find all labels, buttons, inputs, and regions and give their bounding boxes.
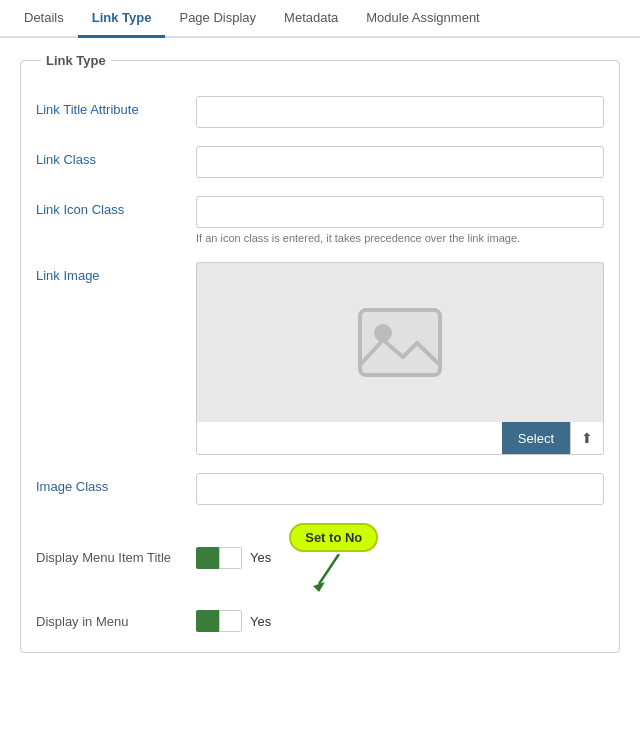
link-image-placeholder bbox=[196, 262, 604, 422]
link-type-fieldset: Link Type Link Title Attribute Link Clas… bbox=[20, 53, 620, 653]
display-menu-item-title-label: Display Menu Item Title bbox=[36, 550, 196, 565]
display-menu-item-title-value: Yes bbox=[250, 550, 271, 565]
toggle-off-part-2 bbox=[219, 610, 242, 632]
link-image-label: Link Image bbox=[36, 262, 196, 283]
display-in-menu-wrap: Yes bbox=[196, 610, 271, 632]
link-icon-class-hint: If an icon class is entered, it takes pr… bbox=[196, 232, 604, 244]
link-title-attribute-label: Link Title Attribute bbox=[36, 96, 196, 117]
callout-arrow-svg bbox=[309, 554, 359, 592]
link-icon-class-label: Link Icon Class bbox=[36, 196, 196, 217]
image-class-input[interactable] bbox=[196, 473, 604, 505]
main-content: Link Type Link Title Attribute Link Clas… bbox=[0, 38, 640, 668]
display-menu-item-title-wrap: Yes Set to No bbox=[196, 523, 378, 592]
display-in-menu-row: Display in Menu Yes bbox=[36, 610, 604, 632]
link-icon-class-input[interactable] bbox=[196, 196, 604, 228]
link-class-input[interactable] bbox=[196, 146, 604, 178]
link-class-wrap bbox=[196, 146, 604, 178]
toggle-off-part bbox=[219, 547, 242, 569]
link-image-row: Link Image Select ⬆ bbox=[36, 262, 604, 455]
image-class-row: Image Class bbox=[36, 473, 604, 505]
image-placeholder-icon bbox=[355, 305, 445, 380]
link-class-label: Link Class bbox=[36, 146, 196, 167]
display-menu-item-title-row: Display Menu Item Title Yes Set to No bbox=[36, 523, 604, 592]
fieldset-legend: Link Type bbox=[41, 53, 111, 68]
svg-rect-0 bbox=[360, 310, 440, 375]
link-title-attribute-input[interactable] bbox=[196, 96, 604, 128]
display-in-menu-toggle[interactable] bbox=[196, 610, 242, 632]
toggle-on-part-2 bbox=[196, 610, 219, 632]
display-menu-item-title-toggle[interactable] bbox=[196, 547, 242, 569]
tab-metadata[interactable]: Metadata bbox=[270, 0, 352, 38]
tab-module-assignment[interactable]: Module Assignment bbox=[352, 0, 493, 38]
display-in-menu-value: Yes bbox=[250, 614, 271, 629]
tab-page-display[interactable]: Page Display bbox=[165, 0, 270, 38]
link-image-path-input[interactable] bbox=[197, 422, 502, 454]
tab-details[interactable]: Details bbox=[10, 0, 78, 38]
link-icon-class-row: Link Icon Class If an icon class is ente… bbox=[36, 196, 604, 244]
callout-arrow bbox=[289, 554, 378, 592]
display-in-menu-label: Display in Menu bbox=[36, 614, 196, 629]
tab-link-type[interactable]: Link Type bbox=[78, 0, 166, 38]
link-image-select-button[interactable]: Select bbox=[502, 422, 570, 454]
link-title-attribute-wrap bbox=[196, 96, 604, 128]
link-class-row: Link Class bbox=[36, 146, 604, 178]
link-image-toolbar: Select ⬆ bbox=[196, 422, 604, 455]
image-class-wrap bbox=[196, 473, 604, 505]
link-title-attribute-row: Link Title Attribute bbox=[36, 96, 604, 128]
link-icon-class-wrap: If an icon class is entered, it takes pr… bbox=[196, 196, 604, 244]
callout-container: Set to No bbox=[289, 523, 378, 592]
link-image-wrap: Select ⬆ bbox=[196, 262, 604, 455]
svg-line-2 bbox=[319, 554, 339, 584]
toggle-on-part bbox=[196, 547, 219, 569]
tab-bar: Details Link Type Page Display Metadata … bbox=[0, 0, 640, 38]
link-image-upload-button[interactable]: ⬆ bbox=[570, 422, 603, 454]
image-class-label: Image Class bbox=[36, 473, 196, 494]
set-to-no-callout[interactable]: Set to No bbox=[289, 523, 378, 552]
